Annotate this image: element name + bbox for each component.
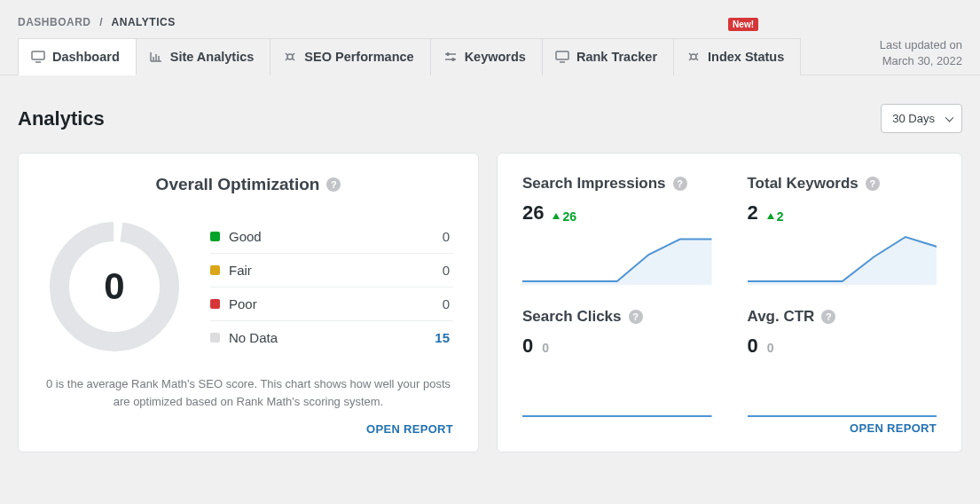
clicks-label: Search Clicks: [522, 308, 622, 326]
ctr-value: 0: [748, 335, 758, 358]
tab-site-analytics[interactable]: Site Analytics: [137, 38, 271, 75]
date-range-value: 30 Days: [892, 112, 935, 125]
overall-donut-chart: 0: [43, 216, 185, 358]
metric-total-keywords: Total Keywords ? 2 2: [748, 175, 937, 285]
tab-seo-label: SEO Performance: [304, 50, 413, 64]
impressions-value: 26: [522, 201, 544, 224]
legend-label-fair: Fair: [229, 263, 252, 278]
last-updated-date: March 30, 2022: [880, 53, 962, 69]
date-range-dropdown[interactable]: 30 Days: [881, 104, 962, 133]
impressions-label: Search Impressions: [522, 175, 666, 193]
metrics-grid: Search Impressions ? 26 26 Total Keyword…: [522, 175, 937, 418]
tab-dashboard[interactable]: Dashboard: [18, 38, 137, 75]
impressions-delta: 26: [553, 209, 576, 224]
help-icon[interactable]: ?: [326, 177, 341, 192]
open-report-metrics[interactable]: OPEN REPORT: [522, 421, 937, 435]
legend-value-nodata: 15: [435, 330, 450, 345]
clicks-sparkline: [522, 366, 712, 418]
legend-row-nodata: No Data 15: [210, 321, 453, 354]
swatch-poor: [210, 299, 220, 309]
keywords-sparkline: [748, 233, 937, 285]
breadcrumb: DASHBOARD / ANALYTICS: [0, 0, 980, 37]
tab-site-label: Site Analytics: [170, 50, 255, 64]
bar-chart-icon: [149, 51, 163, 63]
svg-point-1: [287, 54, 293, 59]
cards: Overall Optimization ? 0 Good 0 Fair 0: [0, 133, 980, 470]
overall-description: 0 is the average Rank Math's SEO score. …: [43, 375, 453, 410]
legend-label-nodata: No Data: [229, 330, 278, 345]
tab-rank-label: Rank Tracker: [576, 50, 657, 64]
help-icon[interactable]: ?: [821, 310, 835, 324]
overall-title: Overall Optimization: [156, 175, 320, 194]
overall-title-row: Overall Optimization ?: [43, 175, 453, 194]
last-updated: Last updated on March 30, 2022: [880, 37, 962, 75]
swatch-nodata: [210, 333, 220, 343]
tab-index-status[interactable]: Index Status: [674, 38, 801, 75]
title-row: Analytics 30 Days: [0, 75, 980, 133]
svg-rect-0: [32, 51, 44, 59]
swatch-fair: [210, 265, 220, 275]
tab-dashboard-label: Dashboard: [52, 50, 120, 64]
help-icon[interactable]: ?: [629, 310, 643, 324]
swatch-good: [210, 232, 220, 241]
legend-label-good: Good: [229, 229, 262, 244]
legend-row-good: Good 0: [210, 220, 453, 254]
legend-row-fair: Fair 0: [210, 254, 453, 287]
page-title: Analytics: [18, 107, 105, 130]
legend-value-fair: 0: [443, 263, 450, 278]
target-icon: [686, 51, 701, 63]
last-updated-label: Last updated on: [880, 37, 962, 53]
metric-search-impressions: Search Impressions ? 26 26: [522, 175, 712, 285]
legend-value-good: 0: [443, 229, 450, 244]
ctr-secondary: 0: [767, 341, 774, 355]
tabbar-row: New! Dashboard Site Analytics SEO Perfor…: [0, 37, 980, 75]
tab-index-label: Index Status: [708, 50, 784, 64]
overall-body: 0 Good 0 Fair 0 Poor 0 No Data 15: [43, 216, 453, 358]
card-search-metrics: Search Impressions ? 26 26 Total Keyword…: [497, 153, 962, 453]
metric-avg-ctr: Avg. CTR ? 0 0: [748, 308, 937, 418]
open-report-overall[interactable]: OPEN REPORT: [43, 422, 453, 436]
keywords-value: 2: [748, 201, 758, 224]
ctr-sparkline: [748, 366, 937, 418]
legend-label-poor: Poor: [229, 296, 257, 311]
new-badge: New!: [728, 18, 758, 31]
legend-value-poor: 0: [443, 296, 450, 311]
svg-rect-4: [556, 51, 568, 59]
tab-rank-tracker[interactable]: Rank Tracker: [543, 38, 674, 75]
up-arrow-icon: [767, 213, 774, 219]
keywords-label: Total Keywords: [748, 175, 858, 193]
up-arrow-icon: [553, 213, 560, 219]
keywords-delta: 2: [767, 209, 784, 224]
overall-score: 0: [43, 216, 185, 358]
clicks-value: 0: [522, 335, 533, 358]
breadcrumb-analytics: ANALYTICS: [112, 16, 176, 28]
clicks-secondary: 0: [542, 341, 549, 355]
ctr-label: Avg. CTR: [748, 308, 815, 326]
impressions-sparkline: [522, 233, 712, 285]
breadcrumb-dashboard[interactable]: DASHBOARD: [18, 16, 91, 28]
tab-keywords[interactable]: Keywords: [431, 38, 543, 75]
svg-point-5: [691, 54, 696, 59]
monitor-icon: [31, 51, 45, 63]
svg-point-3: [451, 59, 454, 61]
sliders-icon: [443, 51, 458, 63]
help-icon[interactable]: ?: [866, 177, 880, 191]
tabs: Dashboard Site Analytics SEO Performance…: [18, 38, 801, 75]
monitor-icon: [555, 51, 569, 63]
card-overall-optimization: Overall Optimization ? 0 Good 0 Fair 0: [18, 153, 479, 453]
help-icon[interactable]: ?: [673, 177, 687, 191]
svg-point-2: [446, 53, 449, 56]
breadcrumb-separator: /: [99, 16, 103, 28]
target-icon: [283, 51, 297, 63]
tab-seo-performance[interactable]: SEO Performance: [270, 38, 430, 75]
overall-legend: Good 0 Fair 0 Poor 0 No Data 15: [210, 220, 453, 354]
legend-row-poor: Poor 0: [210, 287, 453, 321]
tab-keywords-label: Keywords: [465, 50, 526, 64]
metric-search-clicks: Search Clicks ? 0 0: [522, 308, 712, 418]
